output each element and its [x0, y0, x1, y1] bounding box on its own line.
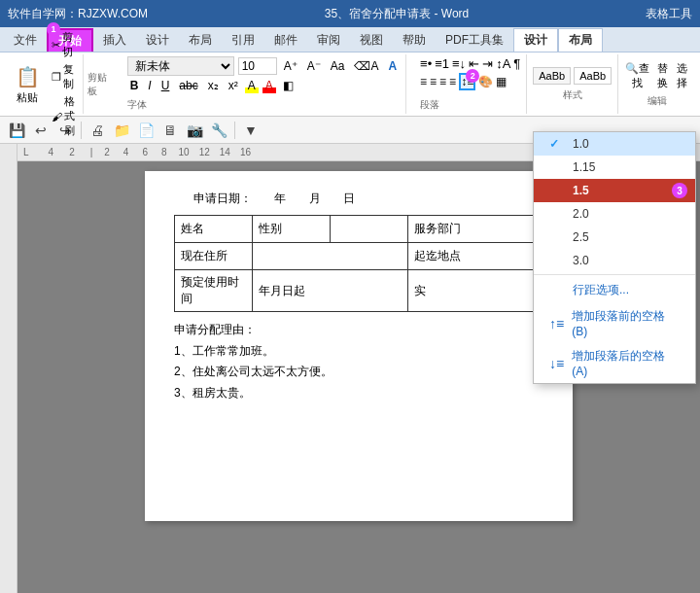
tab-pdf[interactable]: PDF工具集	[436, 28, 513, 52]
save-button[interactable]: 💾	[6, 120, 27, 141]
font-group: 新未体 A⁺ A⁻ Aa ⌫A A B I U abc x₂ x² A A ◧ …	[122, 54, 406, 114]
line-spacing-options-button[interactable]: 行距选项...	[534, 277, 695, 303]
text-effect-button[interactable]: A	[385, 58, 400, 74]
table-row: 姓名 性别 服务部门	[175, 216, 543, 243]
add-space-before-button[interactable]: ↑≡ 增加段落前的空格(B)	[534, 303, 695, 343]
format-painter-button[interactable]: 🖌 格式刷	[49, 93, 79, 139]
editing-group: 🔍查找 替换 选择 编辑	[618, 54, 696, 114]
reason-2: 2、住处离公司太远不太方便。	[174, 362, 543, 383]
font-size-input[interactable]	[238, 57, 277, 75]
clipboard-group-label: 剪贴板	[88, 71, 110, 98]
left-ruler	[0, 144, 18, 593]
subscript-button[interactable]: x₂	[205, 78, 222, 93]
tools-button[interactable]: 🔧	[208, 120, 229, 141]
replace-button[interactable]: 替换	[654, 61, 670, 90]
font-color-button[interactable]: A	[262, 78, 276, 93]
screen-button[interactable]: 🖥	[159, 120, 181, 141]
tab-insert[interactable]: 插入	[93, 28, 136, 52]
camera-button[interactable]: 📷	[184, 120, 205, 141]
highlight-button[interactable]: A	[245, 78, 259, 93]
site-label: 软件自学网：RJZXW.COM	[8, 6, 148, 22]
table-cell-time-value: 年月日起	[253, 270, 408, 312]
add-space-after-button[interactable]: ↓≡ 增加段落后的空格(A)	[534, 343, 695, 383]
tab-design2[interactable]: 设计	[513, 28, 558, 52]
line-spacing-button[interactable]: ↕≡ 2	[459, 73, 475, 90]
change-case-button[interactable]: Aa	[328, 58, 348, 74]
style-normal[interactable]: AaBb	[533, 67, 571, 85]
line-spacing-1-15[interactable]: 1.15	[534, 156, 695, 179]
borders-button[interactable]: ▦	[496, 75, 507, 88]
sort-button[interactable]: ↕A	[496, 56, 510, 71]
title-bar: 软件自学网：RJZXW.COM 35、宿舍分配申请表 - Word 表格工具	[0, 0, 700, 27]
scissors-icon: ✂	[52, 39, 60, 52]
table-cell-gender-header: 性别	[253, 216, 331, 243]
print-button[interactable]: 🖨	[87, 120, 108, 141]
increase-indent-button[interactable]: ⇥	[482, 56, 493, 71]
line-spacing-dropdown: ✓ 1.0 1.15 1.5 3 2.0 2.5 3.0 行距选项...	[533, 131, 696, 384]
tab-file[interactable]: 文件	[4, 28, 47, 52]
underline-button[interactable]: U	[158, 78, 173, 93]
paste-button[interactable]: 📋 粘贴	[8, 56, 47, 112]
table-cell-dept-header: 服务部门	[408, 216, 543, 243]
bold-button[interactable]: B	[127, 78, 142, 93]
find-button[interactable]: 🔍查找	[624, 61, 650, 90]
styles-group: AaBb AaBb 样式	[527, 54, 618, 114]
align-left-button[interactable]: ≡	[420, 75, 427, 88]
tab-mailings[interactable]: 邮件	[264, 28, 307, 52]
style-heading1[interactable]: AaBb	[574, 67, 612, 85]
font-name-select[interactable]: 新未体	[127, 56, 234, 76]
new-doc-button[interactable]: 📄	[135, 120, 157, 141]
line-spacing-1-5[interactable]: 1.5 3	[534, 179, 695, 202]
clear-format-button[interactable]: ⌫A	[351, 58, 381, 74]
clipboard-group: 📋 粘贴 ✂ 剪切 ❐ 复制 🖌 格式刷	[4, 54, 84, 114]
editing-group-label: 编辑	[648, 94, 667, 108]
align-right-button[interactable]: ≡	[439, 75, 446, 88]
show-marks-button[interactable]: ¶	[513, 56, 520, 71]
line-spacing-2-5[interactable]: 2.5	[534, 226, 695, 249]
justify-button[interactable]: ≡	[449, 75, 456, 88]
table-cell-name-header: 姓名	[175, 216, 253, 243]
tab-design[interactable]: 设计	[136, 28, 179, 52]
table-row: 预定使用时间 年月日起 实	[175, 270, 543, 312]
tab-layout2[interactable]: 布局	[558, 28, 603, 52]
tab-review[interactable]: 审阅	[307, 28, 350, 52]
reason-3: 3、租房太贵。	[174, 383, 543, 404]
copy-button[interactable]: ❐ 复制	[49, 61, 79, 92]
tab-references[interactable]: 引用	[222, 28, 264, 52]
bullets-button[interactable]: ≡•	[420, 56, 432, 71]
line-spacing-3-0[interactable]: 3.0	[534, 249, 695, 272]
checkmark-icon: ✓	[549, 137, 565, 151]
strikethrough-button[interactable]: abc	[176, 78, 200, 93]
table-cell-address-value	[253, 243, 408, 270]
line-spacing-badge: 2	[466, 69, 479, 83]
shading-button[interactable]: 🎨	[478, 75, 493, 88]
char-shading-button[interactable]: ◧	[280, 78, 297, 93]
align-center-button[interactable]: ≡	[430, 75, 437, 88]
tab-view[interactable]: 视图	[350, 28, 393, 52]
italic-button[interactable]: I	[145, 78, 154, 93]
line-spacing-2-0[interactable]: 2.0	[534, 202, 695, 226]
tab-help[interactable]: 帮助	[393, 28, 436, 52]
ribbon-area: 📋 粘贴 ✂ 剪切 ❐ 复制 🖌 格式刷 剪贴板	[0, 52, 700, 117]
document-page: 申请日期： 年 月 日 姓名 性别 服务部门 现在住所	[145, 171, 573, 521]
paste-icon: 📋	[14, 63, 41, 90]
dropdown-divider	[534, 274, 695, 275]
reason-1: 1、工作常常加班。	[174, 341, 543, 363]
styles-group-label: 样式	[563, 88, 582, 102]
table-cell-actual: 实	[408, 270, 543, 312]
more-toolbar-button[interactable]: ▼	[240, 120, 262, 141]
numbering-button[interactable]: ≡1	[435, 56, 449, 71]
font-increase-button[interactable]: A⁺	[281, 58, 300, 74]
superscript-button[interactable]: x²	[226, 78, 241, 93]
tab-layout[interactable]: 布局	[179, 28, 222, 52]
cut-button[interactable]: ✂ 剪切	[49, 29, 79, 60]
line-spacing-1-0[interactable]: ✓ 1.0	[534, 132, 695, 156]
font-decrease-button[interactable]: A⁻	[304, 58, 324, 74]
select-button[interactable]: 选择	[675, 61, 690, 90]
paragraph-group-label: 段落	[420, 98, 520, 112]
copy-icon: ❐	[52, 71, 61, 84]
toolbar-divider2	[234, 122, 235, 139]
table-cell-current-address: 现在住所	[175, 243, 253, 270]
multilevel-list-button[interactable]: ≡↓	[452, 56, 466, 71]
folder-button[interactable]: 📁	[111, 120, 132, 141]
